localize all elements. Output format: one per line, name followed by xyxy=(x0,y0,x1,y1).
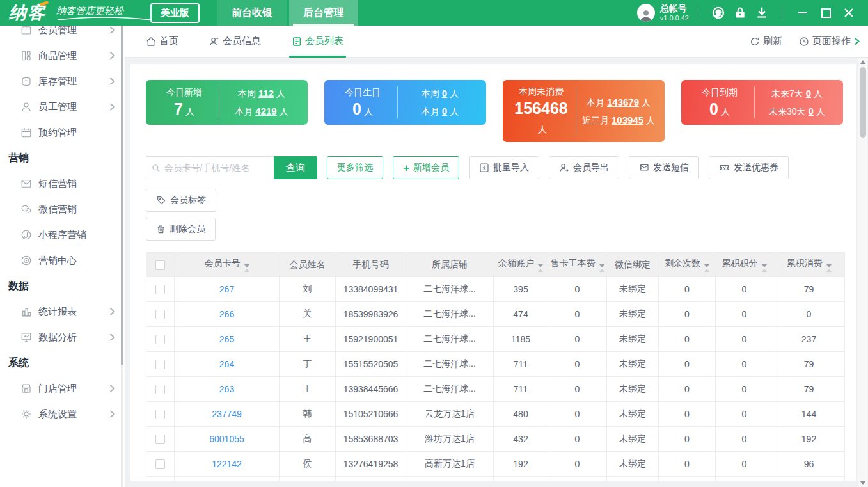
sidebar-scrollbar-thumb[interactable] xyxy=(121,26,123,365)
batch-import-button[interactable]: 批量导入 xyxy=(469,156,539,179)
download-icon[interactable] xyxy=(751,3,773,22)
refresh-button[interactable]: 刷新 xyxy=(750,35,782,47)
col-consumption[interactable]: 累积消费 xyxy=(773,253,845,277)
sidebar-item-goods-mgmt[interactable]: 商品管理 xyxy=(0,43,125,68)
tab-member-info[interactable]: 会员信息 xyxy=(209,26,261,58)
col-card-no[interactable]: 会员卡号 xyxy=(175,253,280,277)
tab-front-cashier[interactable]: 前台收银 xyxy=(217,0,287,26)
page-operations-button[interactable]: 页面操作 xyxy=(799,35,860,47)
send-sms-button[interactable]: 发送短信 xyxy=(629,156,699,179)
col-remaining[interactable]: 剩余次数 xyxy=(659,253,716,277)
cell-name: 刘 xyxy=(280,277,336,302)
row-checkbox[interactable] xyxy=(155,385,165,394)
stat-card-expire-today: 今日到期 0人 未来7天0人 未来30天0人 xyxy=(681,80,843,125)
select-all-checkbox[interactable] xyxy=(155,260,165,270)
member-card-link[interactable]: 6001055 xyxy=(209,434,244,444)
tab-backoffice[interactable]: 后台管理 xyxy=(289,0,358,26)
sidebar-item-inventory-mgmt[interactable]: 库存管理 xyxy=(0,68,125,94)
main-scrollbar[interactable] xyxy=(858,58,867,487)
sort-icons[interactable] xyxy=(826,264,832,272)
row-checkbox[interactable] xyxy=(155,459,165,469)
member-export-button[interactable]: 会员导出 xyxy=(549,156,619,179)
sort-icons[interactable] xyxy=(762,264,767,272)
stat-link[interactable]: 本月143679人 xyxy=(580,95,657,109)
sidebar-item-store-mgmt[interactable]: 门店管理 xyxy=(0,376,125,401)
row-checkbox[interactable] xyxy=(155,310,165,319)
delete-member-button[interactable]: 删除会员 xyxy=(146,218,216,241)
search-input[interactable] xyxy=(164,163,269,173)
col-card-fee[interactable]: 售卡工本费 xyxy=(548,253,607,277)
stat-card-new-today: 今日新增 7人 本周112人 本月4219人 xyxy=(146,80,308,125)
cell-card_fee: 0 xyxy=(548,327,607,352)
support-headset-icon[interactable] xyxy=(707,3,729,22)
table-row: 264丁15515520505二七海洋球...7110未绑定0079 xyxy=(146,352,845,377)
member-tag-button[interactable]: 会员标签 xyxy=(146,189,216,212)
row-checkbox[interactable] xyxy=(155,360,165,369)
chevron-right-icon xyxy=(109,103,115,111)
sort-icons[interactable] xyxy=(538,264,543,272)
member-card-link[interactable]: 267 xyxy=(219,284,234,294)
scroll-down-arrow[interactable] xyxy=(858,479,867,487)
cell-phone: 15105210666 xyxy=(336,402,406,427)
stat-link[interactable]: 未来7天0人 xyxy=(759,86,835,100)
member-card-link[interactable]: 265 xyxy=(219,334,234,344)
send-coupon-button[interactable]: 发送优惠券 xyxy=(709,156,789,179)
sidebar-item-appointment-mgmt[interactable]: 预约管理 xyxy=(0,120,125,145)
close-button[interactable] xyxy=(837,3,860,22)
member-card-link[interactable]: 263 xyxy=(219,384,234,394)
member-card-link[interactable]: 264 xyxy=(219,359,234,369)
cell-phone: 15853688703 xyxy=(336,427,406,452)
cell-wechat: 未绑定 xyxy=(607,302,659,327)
sidebar-item-member-mgmt[interactable]: 会员管理 xyxy=(0,26,125,43)
stat-link[interactable]: 本月0人 xyxy=(402,104,478,118)
tab-home[interactable]: 首页 xyxy=(146,26,178,58)
sidebar-item-miniprogram-marketing[interactable]: 小程序营销 xyxy=(0,222,125,248)
col-points[interactable]: 累积积分 xyxy=(716,253,773,277)
member-toolbar-row2: 删除会员 xyxy=(146,218,845,241)
add-member-button[interactable]: +新增会员 xyxy=(393,156,459,179)
stat-link[interactable]: 本周0人 xyxy=(402,86,478,100)
maximize-button[interactable] xyxy=(814,3,837,22)
minimize-button[interactable] xyxy=(791,3,814,22)
stat-card-birthday-today: 今日生日 0人 本周0人 本月0人 xyxy=(324,80,486,125)
member-card-link[interactable]: 266 xyxy=(219,309,234,319)
tab-member-list[interactable]: 会员列表 xyxy=(292,26,343,58)
main-scrollbar-thumb[interactable] xyxy=(860,67,866,138)
row-checkbox[interactable] xyxy=(155,335,165,344)
cell-points: 0 xyxy=(716,352,773,377)
stat-link[interactable]: 本月4219人 xyxy=(223,104,300,118)
sidebar-item-system-settings[interactable]: 系统设置 xyxy=(0,401,125,427)
cell-points: 0 xyxy=(716,427,773,452)
row-checkbox[interactable] xyxy=(155,410,165,419)
member-card-link[interactable]: 237749 xyxy=(212,409,242,419)
sidebar-item-wechat-marketing[interactable]: 微信营销 xyxy=(0,196,125,222)
table-row: A02862吴15889490803东莞虎门万达1920未绑定00192 xyxy=(146,477,845,481)
stat-link[interactable]: 近三月103945人 xyxy=(580,113,657,127)
sort-icons[interactable] xyxy=(599,264,604,272)
more-filter-button[interactable]: 更多筛选 xyxy=(327,156,383,179)
sidebar-item-sms-marketing[interactable]: 短信营销 xyxy=(0,171,125,196)
row-checkbox[interactable] xyxy=(155,435,165,444)
stat-link[interactable]: 本周112人 xyxy=(223,86,300,100)
col-balance[interactable]: 余额账户 xyxy=(494,253,548,277)
bar-chart-icon xyxy=(20,306,32,317)
search-button[interactable]: 查询 xyxy=(274,156,317,179)
sort-icons[interactable] xyxy=(704,264,709,272)
sidebar-item-staff-mgmt[interactable]: 员工管理 xyxy=(0,94,125,120)
col-store: 所属店铺 xyxy=(406,253,494,277)
sort-icons[interactable] xyxy=(244,264,249,272)
cell-select xyxy=(146,302,175,327)
lock-icon[interactable] xyxy=(729,3,751,22)
row-checkbox[interactable] xyxy=(155,285,165,294)
sidebar-item-data-analysis[interactable]: 数据分析 xyxy=(0,324,125,350)
sidebar-item-marketing-center[interactable]: 营销中心 xyxy=(0,248,125,273)
edition-badge[interactable]: 美业版 xyxy=(150,3,200,23)
member-card-link[interactable]: 122142 xyxy=(212,459,242,469)
scroll-up-arrow[interactable] xyxy=(858,58,867,66)
avatar[interactable] xyxy=(637,4,655,22)
table-row: 237749韩15105210666云龙万达1店4800未绑定00144 xyxy=(146,402,845,427)
sidebar-item-statistics-report[interactable]: 统计报表 xyxy=(0,299,125,324)
cell-card_fee: 0 xyxy=(548,277,607,302)
stat-link[interactable]: 未来30天0人 xyxy=(759,104,835,118)
tag-icon xyxy=(156,195,166,205)
